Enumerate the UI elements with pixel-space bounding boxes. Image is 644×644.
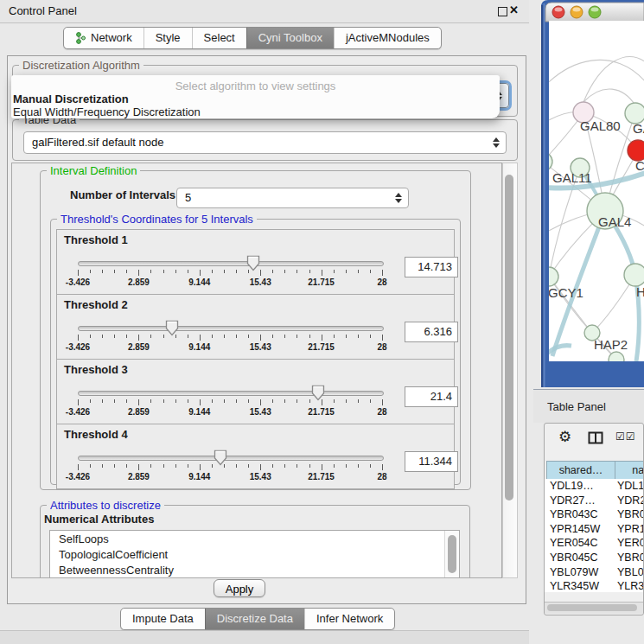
table-row[interactable]: YPR145WYPR1 [545, 522, 643, 537]
threshold-value-field[interactable]: 11.344 [405, 451, 458, 472]
table-rows: YDL19…YDL1YDR27…YDR2YBR043CYBR0YPR145WYP… [545, 479, 643, 592]
threshold-value-field[interactable]: 14.713 [405, 257, 458, 277]
slider-tick [296, 464, 297, 468]
slider-tick-label: 15.43 [239, 407, 282, 417]
algorithm-option[interactable]: Equal Width/Frequency Discretization [13, 105, 201, 118]
tab-select[interactable]: Select [192, 28, 246, 48]
slider-tick-label: 15.43 [239, 342, 282, 352]
slider-tick-label: -3.426 [56, 277, 99, 287]
tab-network[interactable]: Network [64, 28, 143, 48]
slider-tick [358, 464, 359, 468]
cell-shared-name: YBR043C [550, 507, 598, 522]
main-scroll-thumb[interactable] [505, 175, 513, 501]
attribute-list-item[interactable]: SelfLoops [50, 531, 459, 546]
threshold-value-field[interactable]: 21.4 [405, 386, 458, 407]
slider-tick [224, 270, 225, 273]
slider-tick [200, 335, 201, 341]
threshold-slider-track[interactable] [78, 456, 384, 461]
tab-infer-network[interactable]: Infer Network [304, 609, 394, 629]
slider-tick [78, 335, 79, 341]
table-row[interactable]: YBR043CYBR0 [545, 507, 643, 522]
cell-shared-name: YDR27… [550, 494, 596, 508]
slider-tick-label: 2.859 [117, 407, 160, 417]
threshold-panel: Threshold 4-3.4262.8599.14415.4321.71528… [56, 424, 455, 489]
threshold-slider-thumb[interactable] [246, 255, 260, 275]
attributes-list[interactable]: SelfLoopsTopologicalCoefficientBetweenne… [49, 530, 460, 578]
table-data-combo[interactable]: galFiltered.sif default node [23, 131, 507, 154]
slider-tick [188, 464, 188, 468]
table-h-scroll-thumb[interactable] [547, 604, 637, 611]
table-row[interactable]: YBL079WYBL0 [545, 565, 643, 580]
threshold-slider-thumb[interactable] [214, 450, 227, 469]
threshold-slider-thumb[interactable] [311, 385, 325, 405]
algorithm-dropdown-popup: Select algorithm to view settings Manual… [11, 75, 500, 118]
main-scrollbar[interactable] [502, 163, 518, 578]
bottom-tab-bar: Impute DataDiscretize DataInfer Network [120, 608, 395, 630]
algorithm-option[interactable]: Manual Discretization [13, 92, 129, 105]
h-node[interactable] [624, 264, 644, 286]
gear-icon[interactable]: ⚙ [558, 428, 571, 446]
tab-discretize-data[interactable]: Discretize Data [205, 609, 304, 629]
threshold-slider-track[interactable] [78, 261, 384, 266]
table-row[interactable]: YLR345WYLR3 [545, 579, 643, 592]
slider-tick [200, 464, 201, 470]
slider-tick [334, 464, 335, 468]
network-window[interactable]: GAL80GACGAL11GAL4GCY1HHAP2 [533, 0, 644, 387]
slider-tick [272, 399, 273, 403]
table-h-scrollbar[interactable] [545, 602, 643, 614]
slider-tick-label: 9.144 [178, 472, 221, 481]
table-row[interactable]: YDR27…YDR2 [545, 494, 643, 508]
checkbox-pair-icon[interactable]: ☑☑ [615, 430, 636, 443]
table-row[interactable]: YBR045CYBR0 [545, 551, 643, 565]
table-row[interactable]: YER054CYER0 [545, 536, 643, 551]
column-header-shared-name[interactable]: shared… [546, 461, 615, 481]
slider-tick [370, 464, 371, 468]
num-intervals-spinner[interactable]: 5 [176, 188, 409, 208]
slider-tick-label: -3.426 [56, 472, 99, 481]
slider-tick [78, 399, 79, 405]
node-label-h: H [636, 284, 644, 299]
algorithm-prompt: Select algorithm to view settings [11, 80, 500, 92]
attribute-list-item[interactable]: TopologicalCoefficient [50, 546, 459, 562]
slider-tick-label: 2.859 [117, 342, 160, 352]
threshold-slider-track[interactable] [78, 326, 384, 331]
tab-impute-data[interactable]: Impute Data [121, 609, 205, 629]
slider-tick [126, 464, 127, 468]
slider-tick [260, 270, 261, 276]
slider-tick [163, 464, 164, 468]
column-header-name[interactable]: name [615, 461, 644, 481]
threshold-slider-track[interactable] [78, 391, 384, 396]
slider-tick [309, 270, 310, 273]
threshold-value-field[interactable]: 6.316 [405, 322, 458, 342]
attribute-list-item[interactable]: BetweennessCentrality [50, 562, 459, 577]
slider-tick-label: 9.144 [178, 277, 221, 287]
attributes-list-scroll-thumb[interactable] [448, 535, 456, 573]
close-icon[interactable]: ✕ [509, 3, 519, 16]
slider-tick [358, 399, 359, 403]
slider-tick-label: -3.426 [56, 342, 99, 352]
attributes-list-scrollbar[interactable] [444, 531, 459, 578]
slider-tick-label: 21.715 [300, 342, 343, 352]
slider-tick [102, 399, 103, 403]
light-gloss [591, 8, 599, 12]
slider-tick [309, 399, 310, 403]
threshold-slider-thumb[interactable] [165, 320, 179, 340]
tab-jactivemnodules[interactable]: jActiveMNodules [334, 28, 441, 48]
node-label-gal4: GAL4 [598, 214, 631, 229]
apply-button[interactable]: Apply [214, 579, 265, 597]
slider-tick [382, 335, 383, 341]
window-float-icon[interactable] [498, 7, 507, 16]
slider-tick-label: 21.715 [300, 407, 343, 417]
slider-tick [188, 335, 188, 338]
slider-tick [382, 399, 383, 405]
tab-cyni-toolbox[interactable]: Cyni Toolbox [246, 28, 334, 48]
slider-tick-label: 15.43 [239, 472, 282, 481]
slider-tick [346, 270, 347, 273]
slider-tick [150, 270, 151, 273]
table-row[interactable]: YDL19…YDL1 [545, 479, 643, 494]
slider-tick [260, 464, 261, 470]
slider-tick [126, 399, 127, 403]
split-column-icon[interactable] [588, 431, 604, 445]
tab-style[interactable]: Style [143, 28, 192, 48]
slider-tick [126, 270, 127, 273]
